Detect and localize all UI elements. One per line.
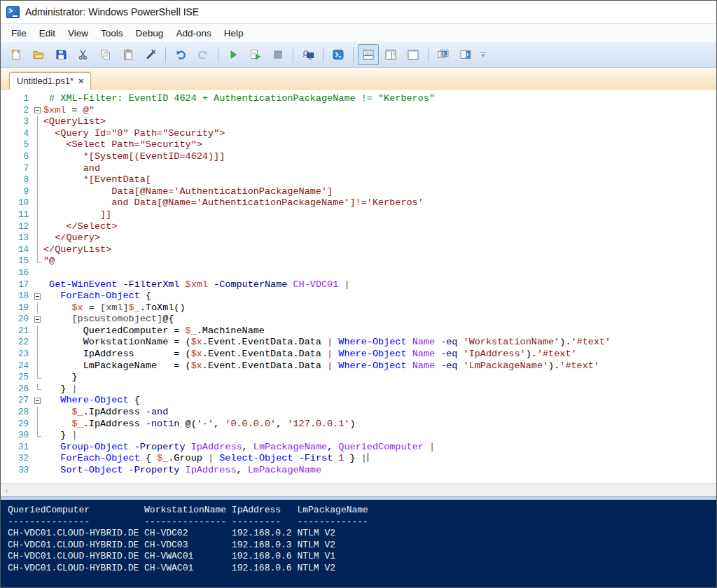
- show-command-window-icon: [459, 48, 472, 61]
- code-line-21[interactable]: 21 QueriedComputer = $_.MachineName: [1, 326, 716, 337]
- code-line-16[interactable]: 16: [1, 267, 716, 279]
- code-line-14[interactable]: 14</QueryList>: [1, 244, 716, 256]
- line-number: 14: [1, 244, 32, 256]
- fold-gutter: [32, 465, 43, 477]
- code-line-12[interactable]: 12 </Select>: [1, 221, 716, 233]
- code-line-32[interactable]: 32 ForEach-Object { $_.Group | Select-Ob…: [1, 453, 716, 465]
- redo-button[interactable]: [193, 44, 214, 65]
- start-powershell-icon: [332, 48, 344, 61]
- code-line-4[interactable]: 4 <Query Id="0" Path="Security">: [1, 128, 716, 140]
- fold-collapse-icon[interactable]: [32, 395, 43, 407]
- start-powershell-button[interactable]: [328, 44, 349, 65]
- open-script-button[interactable]: [28, 44, 49, 65]
- toolbar-separator: [428, 47, 429, 62]
- fold-collapse-icon[interactable]: [32, 290, 43, 302]
- code-line-3[interactable]: 3<QueryList>: [1, 116, 716, 128]
- line-number: 16: [1, 267, 32, 279]
- code-line-33[interactable]: 33 Sort-Object -Property IpAddress, LmPa…: [1, 465, 716, 477]
- code-line-15[interactable]: 15"@: [1, 255, 716, 267]
- paste-button[interactable]: [118, 44, 139, 65]
- code-line-25[interactable]: 25 }: [1, 372, 716, 384]
- fold-gutter: [32, 186, 43, 198]
- code-line-20[interactable]: 20 [pscustomobject]@{: [1, 314, 716, 326]
- line-number: 29: [1, 419, 32, 430]
- code-line-10[interactable]: 10 and Data[@Name='AuthenticationPackage…: [1, 197, 716, 209]
- show-script-pane-right-button[interactable]: [380, 44, 401, 65]
- show-script-pane-right-icon: [384, 48, 397, 61]
- stop-operation-button[interactable]: [267, 44, 288, 65]
- code-line-27[interactable]: 27 Where-Object {: [1, 395, 716, 407]
- code-line-26[interactable]: 26 } |: [1, 384, 716, 396]
- copy-button[interactable]: [95, 44, 116, 65]
- code-line-7[interactable]: 7 and: [1, 163, 716, 175]
- new-remote-powershell-tab-button[interactable]: [298, 44, 319, 65]
- fold-gutter: [32, 360, 43, 372]
- code-line-19[interactable]: 19 $x = [xml]$_.ToXml(): [1, 302, 716, 314]
- menu-file[interactable]: File: [5, 26, 33, 41]
- menu-debug[interactable]: Debug: [130, 26, 170, 41]
- menu-help[interactable]: Help: [218, 26, 250, 41]
- line-number: 17: [1, 279, 32, 291]
- code-line-28[interactable]: 28 $_.IpAddress -and: [1, 407, 716, 419]
- fold-collapse-icon[interactable]: [32, 314, 43, 326]
- fold-gutter: [32, 116, 43, 128]
- script-editor[interactable]: 1 # XML-Filter: EventID 4624 + Authentic…: [1, 90, 716, 483]
- code-text: WorkstationName = ($x.Event.EventData.Da…: [43, 337, 716, 349]
- line-number: 26: [1, 384, 32, 396]
- fold-gutter: [32, 326, 43, 337]
- scroll-left-icon[interactable]: ‹: [1, 485, 8, 496]
- line-number: 27: [1, 395, 32, 407]
- cut-button[interactable]: [73, 44, 94, 65]
- fold-gutter: [32, 174, 43, 186]
- open-script-icon: [32, 48, 45, 61]
- code-line-30[interactable]: 30 } |: [1, 430, 716, 442]
- new-powershell-tab-button[interactable]: [433, 44, 454, 65]
- code-line-24[interactable]: 24 LmPackageName = ($x.Event.EventData.D…: [1, 360, 716, 372]
- menu-add-ons[interactable]: Add-ons: [169, 26, 217, 41]
- menu-edit[interactable]: Edit: [33, 26, 62, 41]
- menu-tools[interactable]: Tools: [95, 26, 130, 41]
- new-script-button[interactable]: [6, 44, 27, 65]
- console-pane[interactable]: QueriedComputer WorkstationName IpAddres…: [1, 500, 716, 587]
- save-script-button[interactable]: [50, 44, 71, 65]
- menu-view[interactable]: View: [62, 26, 95, 41]
- cut-icon: [77, 48, 90, 61]
- line-number: 21: [1, 326, 32, 337]
- code-line-5[interactable]: 5 <Select Path="Security">: [1, 139, 716, 151]
- console-output-line-1: QueriedComputer WorkstationName IpAddres…: [8, 505, 716, 517]
- code-line-9[interactable]: 9 Data[@Name='AuthenticationPackageName'…: [1, 186, 716, 198]
- code-line-22[interactable]: 22 WorkstationName = ($x.Event.EventData…: [1, 337, 716, 349]
- code-line-18[interactable]: 18 ForEach-Object {: [1, 290, 716, 302]
- code-line-13[interactable]: 13 </Query>: [1, 232, 716, 244]
- line-number: 3: [1, 116, 32, 128]
- code-line-31[interactable]: 31 Group-Object -Property IpAddress, LmP…: [1, 442, 716, 454]
- code-line-6[interactable]: 6 *[System[(EventID=4624)]]: [1, 151, 716, 163]
- editor-horizontal-scrollbar[interactable]: ‹: [1, 483, 716, 496]
- show-command-window-button[interactable]: [455, 44, 476, 65]
- code-line-23[interactable]: 23 IpAddress = ($x.Event.EventData.Data …: [1, 349, 716, 360]
- code-line-1[interactable]: 1 # XML-Filter: EventID 4624 + Authentic…: [1, 93, 716, 105]
- clear-console-pane-button[interactable]: [140, 44, 161, 65]
- fold-gutter: [32, 209, 43, 221]
- fold-gutter: [32, 442, 43, 454]
- code-line-29[interactable]: 29 $_.IpAddress -notin @('-', '0.0.0.0',…: [1, 419, 716, 430]
- toolbar-separator: [353, 47, 354, 62]
- show-script-pane-maximized-button[interactable]: [403, 44, 424, 65]
- tab-untitled1[interactable]: Untitled1.ps1* ×: [9, 72, 91, 90]
- toolbar-overflow-icon[interactable]: ▾: [478, 46, 488, 64]
- code-text: ]]: [43, 209, 716, 221]
- code-line-11[interactable]: 11 ]]: [1, 209, 716, 221]
- code-line-2[interactable]: 2$xml = @": [1, 105, 716, 117]
- undo-button[interactable]: [170, 44, 191, 65]
- code-line-8[interactable]: 8 *[EventData[: [1, 174, 716, 186]
- line-number: 30: [1, 430, 32, 442]
- fold-collapse-icon[interactable]: [32, 105, 43, 117]
- run-script-button[interactable]: [223, 44, 244, 65]
- run-selection-button[interactable]: [245, 44, 266, 65]
- show-script-pane-top-button[interactable]: [358, 44, 379, 65]
- tab-close-icon[interactable]: ×: [78, 78, 84, 85]
- toolbar-separator: [323, 47, 323, 62]
- code-text: </Select>: [43, 221, 716, 233]
- code-line-17[interactable]: 17 Get-WinEvent -FilterXml $xml -Compute…: [1, 279, 716, 291]
- code-text: # XML-Filter: EventID 4624 + Authenticat…: [43, 93, 716, 105]
